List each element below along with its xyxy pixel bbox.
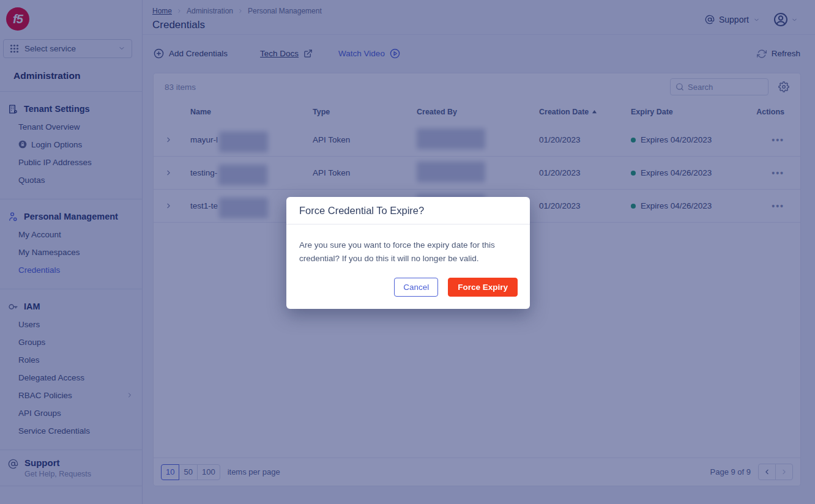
modal-actions: Cancel Force Expiry bbox=[286, 265, 530, 309]
force-expiry-modal: Force Credential To Expire? Are you sure… bbox=[286, 197, 530, 309]
modal-body-text: Are you sure you want to force the expir… bbox=[286, 224, 530, 265]
cancel-button[interactable]: Cancel bbox=[394, 278, 438, 297]
force-expiry-button[interactable]: Force Expiry bbox=[448, 278, 518, 297]
modal-title: Force Credential To Expire? bbox=[286, 197, 530, 224]
